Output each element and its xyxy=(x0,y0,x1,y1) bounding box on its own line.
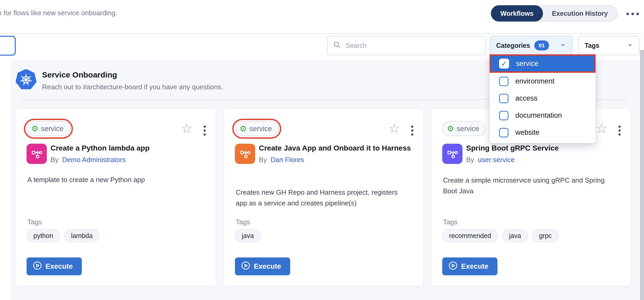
tag-pill: java xyxy=(235,229,261,242)
tag-pill: lambda xyxy=(64,229,99,242)
card-description: Create a simple microservice using gRPC … xyxy=(443,175,606,196)
checkbox-icon[interactable] xyxy=(499,128,509,137)
favorite-star-icon[interactable]: ☆ xyxy=(181,122,193,135)
checkbox-icon[interactable] xyxy=(499,77,509,86)
dropdown-option-website[interactable]: website xyxy=(490,124,596,141)
tags-section-label: Tags xyxy=(236,218,250,226)
by-label: By xyxy=(259,156,267,164)
author-link[interactable]: Demo Administrators xyxy=(62,156,125,164)
checkbox-icon[interactable] xyxy=(499,111,509,120)
checkbox-checked-icon[interactable]: ✓ xyxy=(499,59,509,69)
section-subtitle: Reach out to #architecture-board if you … xyxy=(42,83,223,91)
category-chip: ⚙ service xyxy=(235,121,279,136)
workflows-page: e for flows like new service onboarding.… xyxy=(0,0,644,300)
kubernetes-icon xyxy=(16,69,36,91)
tab-workflows[interactable]: Workflows xyxy=(491,5,543,22)
favorite-star-icon[interactable]: ☆ xyxy=(388,122,400,135)
tags-label: Tags xyxy=(585,42,600,49)
tags-section-label: Tags xyxy=(443,218,457,226)
chevron-down-icon xyxy=(627,42,633,49)
card-title: Create a Python lambda app xyxy=(51,142,203,154)
play-icon xyxy=(33,261,42,272)
execute-button[interactable]: Execute xyxy=(27,257,82,275)
categories-dropdown: ✓ service environment access documentati… xyxy=(490,54,596,143)
clipped-left-button[interactable] xyxy=(0,36,16,56)
categories-count-badge: 01 xyxy=(534,40,549,50)
card-title: Create Java App and Onboard it to Harnes… xyxy=(259,142,411,154)
search-icon xyxy=(333,41,341,50)
category-chip-annotation: ⚙ service xyxy=(232,119,281,139)
search-input[interactable] xyxy=(345,42,480,50)
dropdown-option-access[interactable]: access xyxy=(490,90,596,107)
page-subtitle-partial: e for flows like new service onboarding. xyxy=(0,9,117,17)
gear-icon: ⚙ xyxy=(31,125,38,133)
author-link[interactable]: Dan Flores xyxy=(270,156,304,164)
dropdown-option-environment[interactable]: environment xyxy=(490,73,596,90)
tag-pill: recommended xyxy=(442,229,498,242)
card-description: Creates new GH Repo and Harness project,… xyxy=(236,187,409,209)
tags-filter-button[interactable]: Tags xyxy=(578,36,640,55)
category-chip: ⚙ service xyxy=(442,121,486,136)
card-menu-icon[interactable] xyxy=(618,126,621,136)
scrollbar-thumb[interactable] xyxy=(640,50,644,300)
view-toggle: Workflows Execution History xyxy=(491,5,617,22)
gear-icon: ⚙ xyxy=(240,125,247,133)
card-menu-icon[interactable] xyxy=(204,126,206,136)
card-description: A template to create a new Python app xyxy=(27,174,201,185)
chevron-down-icon xyxy=(560,42,566,49)
by-label: By xyxy=(51,156,58,164)
tab-execution-history[interactable]: Execution History xyxy=(543,6,617,21)
by-label: By xyxy=(466,156,474,164)
card-menu-icon[interactable] xyxy=(411,126,413,136)
workflow-icon xyxy=(235,144,255,164)
workflow-card: ⚙ service ☆ Create Java App and Onboard … xyxy=(224,109,423,286)
execute-button[interactable]: Execute xyxy=(235,257,290,275)
gear-icon: ⚙ xyxy=(447,125,454,133)
workflow-icon xyxy=(27,144,47,164)
tag-pill: python xyxy=(27,229,60,242)
workflow-icon xyxy=(442,144,462,164)
categories-filter-button[interactable]: Categories 01 xyxy=(490,36,572,55)
author-link[interactable]: user:service xyxy=(478,156,515,164)
category-chip-wrap: ⚙ service xyxy=(440,119,489,139)
section-title: Service Onboarding xyxy=(42,70,117,79)
play-icon xyxy=(449,261,457,272)
tag-pill: grpc xyxy=(532,229,559,242)
workflow-card: ⚙ service ☆ Create a Python lambda app B… xyxy=(16,109,216,286)
category-chip-annotation: ⚙ service xyxy=(24,119,73,139)
favorite-star-icon[interactable]: ☆ xyxy=(596,122,607,135)
categories-label: Categories xyxy=(496,42,530,49)
checkbox-icon[interactable] xyxy=(499,94,509,103)
category-chip: ⚙ service xyxy=(27,121,70,136)
card-title: Spring Boot gRPC Service xyxy=(466,142,619,154)
execute-button[interactable]: Execute xyxy=(442,257,497,275)
tag-pill: java xyxy=(502,229,528,242)
search-box[interactable] xyxy=(327,36,486,55)
more-options-icon[interactable] xyxy=(626,13,639,15)
header-divider xyxy=(0,33,644,34)
dropdown-option-service[interactable]: ✓ service xyxy=(490,54,596,73)
tags-section-label: Tags xyxy=(27,218,42,226)
play-icon xyxy=(241,261,250,272)
dropdown-option-documentation[interactable]: documentation xyxy=(490,107,596,124)
